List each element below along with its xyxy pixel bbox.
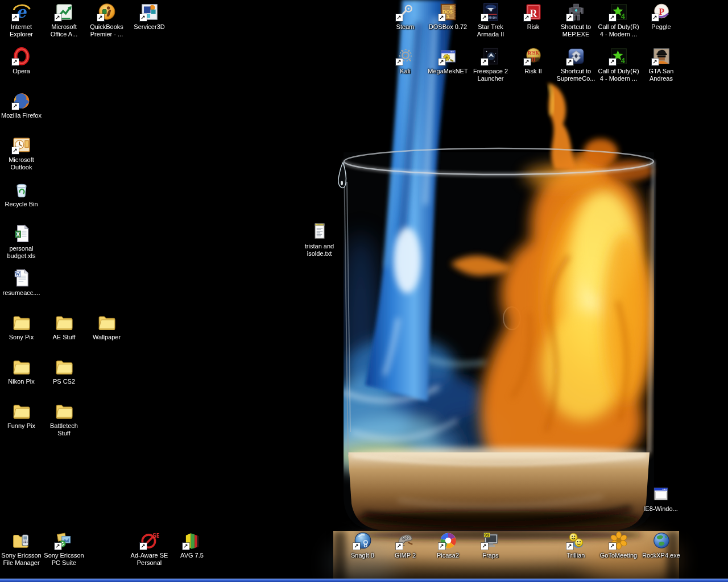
svg-text:4: 4 xyxy=(621,56,625,65)
desktop-icon-internet-explorer[interactable]: e↗Internet Explorer xyxy=(0,2,43,38)
desktop-icon-microsoft-office-a[interactable]: ↗Microsoft Office A... xyxy=(43,2,85,38)
desktop-icon-nikon-pix[interactable]: Nikon Pix xyxy=(0,357,43,385)
desktop-icon-personal-budget-xls[interactable]: Xpersonal budget.xls xyxy=(0,224,43,260)
cod4-icon: 4↗ xyxy=(609,47,628,66)
desktop-icon-gotomeeting[interactable]: ↗GoToMeeting xyxy=(597,531,640,559)
taskbar-edge[interactable] xyxy=(0,579,728,582)
desktop-icon-wallpaper[interactable]: Wallpaper xyxy=(85,313,128,341)
desktop-icon-label: Star Trek Armada II xyxy=(469,23,512,38)
desktop-icon-ae-stuff[interactable]: AE Stuff xyxy=(43,313,85,341)
desktop-icon-label: Wallpaper xyxy=(85,334,128,341)
shortcut-arrow-overlay: ↗ xyxy=(396,14,403,21)
desktop-icon-label: Sony Ericsson PC Suite xyxy=(43,552,85,567)
desktop-icon-label: GoToMeeting xyxy=(597,552,640,559)
desktop-icon-label: Steam xyxy=(384,23,427,31)
desktop-icon-label: Risk II xyxy=(512,68,555,75)
desktop-icon-freespace-2-launcher[interactable]: ↗Freespace 2 Launcher xyxy=(469,47,512,82)
shortcut-arrow-overlay: ↗ xyxy=(55,543,61,550)
desktop-icon-shortcut-to-mep-exe[interactable]: ↗Shortcut to MEP.EXE xyxy=(555,2,597,38)
desktop-icon-label: Peggle xyxy=(640,23,682,31)
folder-icon xyxy=(55,313,74,332)
desktop-icon-recycle-bin[interactable]: Recycle Bin xyxy=(0,180,43,208)
desktop-icon-label: Internet Explorer xyxy=(0,23,43,38)
desktop-icon-label: Freespace 2 Launcher xyxy=(469,68,512,82)
desktop-icon-label: resumeacc.... xyxy=(0,289,43,297)
desktop-icon-risk-ii[interactable]: RISKII↗Risk II xyxy=(512,47,555,75)
desktop-icon-battletech-stuff[interactable]: Battletech Stuff xyxy=(43,401,85,437)
shortcut-arrow-overlay: ↗ xyxy=(140,14,147,21)
desktop-icon-dosbox-0-72[interactable]: BDOSX↗DOSBox 0.72 xyxy=(427,2,469,31)
desktop-icon-label: Battletech Stuff xyxy=(43,422,85,437)
desktop-icon-ad-aware-se-personal[interactable]: SE↗Ad-Aware SE Personal xyxy=(128,531,171,567)
desktop-icon-gta-san-andreas[interactable]: ↗GTA San Andreas xyxy=(640,47,682,82)
desktop-icon-label: Ad-Aware SE Personal xyxy=(128,552,171,567)
avg-icon: ↗ xyxy=(183,531,202,550)
steam-icon: ↗ xyxy=(396,2,415,22)
cod4-icon: 4↗ xyxy=(609,2,628,22)
text-file-icon xyxy=(310,222,329,241)
desktop-icon-sony-pix[interactable]: Sony Pix xyxy=(0,313,43,341)
svg-text:P: P xyxy=(659,7,664,16)
recycle-bin-icon xyxy=(12,180,31,199)
desktop-icon-label: Opera xyxy=(0,68,43,75)
desktop-icon-ie8-windo[interactable]: IE8-Windo... xyxy=(639,484,682,513)
desktop-icon-steam[interactable]: ↗Steam xyxy=(384,2,427,31)
svg-text:W: W xyxy=(15,271,20,277)
shortcut-arrow-overlay: ↗ xyxy=(652,59,659,65)
shortcut-arrow-overlay: ↗ xyxy=(439,543,445,550)
shortcut-arrow-overlay: ↗ xyxy=(12,14,19,21)
shortcut-arrow-overlay: ↗ xyxy=(12,147,19,154)
shortcut-arrow-overlay: ↗ xyxy=(481,14,488,21)
desktop-icon-opera[interactable]: ↗Opera xyxy=(0,47,43,75)
desktop-icon-shortcut-to-supremeco[interactable]: ↗Shortcut to SupremeCo... xyxy=(555,47,597,82)
desktop-icon-layer: e↗Internet Explorer↗Microsoft Office A..… xyxy=(0,0,728,582)
desktop-icon-label: QuickBooks Premier - ... xyxy=(85,23,128,38)
desktop-icon-label: Microsoft Outlook xyxy=(0,156,43,171)
desktop-icon-peggle[interactable]: P↗Peggle xyxy=(640,2,682,31)
desktop-icon-sony-ericsson-pc-suite[interactable]: ↗Sony Ericsson PC Suite xyxy=(43,531,85,567)
word-file-icon: W xyxy=(12,268,31,288)
shortcut-arrow-overlay: ↗ xyxy=(609,543,616,550)
desktop-icon-trillian[interactable]: ↗Trillian xyxy=(555,531,597,559)
desktop-icon-funny-pix[interactable]: Funny Pix xyxy=(0,401,43,430)
desktop-icon-snagit-8[interactable]: ↗SnagIt 8 xyxy=(341,531,384,559)
risk2-icon: RISKII↗ xyxy=(524,47,543,66)
megamek-icon: ↗ xyxy=(439,47,458,66)
desktop-icon-label: AVG 7.5 xyxy=(171,552,213,559)
desktop-icon-label: Fraps xyxy=(469,552,512,559)
desktop-icon-ps-cs2[interactable]: PS CS2 xyxy=(43,357,85,385)
desktop-icon-megameknet[interactable]: ↗MegaMekNET xyxy=(427,47,469,75)
desktop-icon-label: GIMP 2 xyxy=(384,552,427,559)
desktop-icon-rockxp4-exe[interactable]: RockXP4.exe xyxy=(640,531,682,559)
desktop-icon-gimp-2[interactable]: ↗GIMP 2 xyxy=(384,531,427,559)
folder-icon xyxy=(97,313,117,332)
desktop-icon-sony-ericsson-file-manager[interactable]: Sony Ericsson File Manager xyxy=(0,531,43,567)
shortcut-arrow-overlay: ↗ xyxy=(609,59,616,65)
shortcut-arrow-overlay: ↗ xyxy=(566,543,573,550)
desktop-icon-call-of-duty-r-4-modern[interactable]: 4↗Call of Duty(R) 4 - Modern ... xyxy=(597,2,640,38)
desktop-icon-quickbooks-premier[interactable]: ↗QuickBooks Premier - ... xyxy=(85,2,128,38)
desktop-icon-mozilla-firefox[interactable]: ↗Mozilla Firefox xyxy=(0,91,43,119)
desktop-icon-avg-7-5[interactable]: ↗AVG 7.5 xyxy=(171,531,213,559)
desktop-icon-risk[interactable]: R↗Risk xyxy=(512,2,555,31)
shortcut-arrow-overlay: ↗ xyxy=(609,14,616,21)
svg-text:X: X xyxy=(446,14,450,19)
desktop-icon-kali[interactable]: ↗Kali xyxy=(384,47,427,75)
desktop-icon-fraps[interactable]: 99↗Fraps xyxy=(469,531,512,559)
svg-text:II: II xyxy=(531,56,536,63)
servicer3d-icon: ↗ xyxy=(140,2,159,22)
desktop-icon-label: Nikon Pix xyxy=(0,378,43,385)
shortcut-arrow-overlay: ↗ xyxy=(439,59,445,65)
desktop-icon-microsoft-outlook[interactable]: ↗Microsoft Outlook xyxy=(0,135,43,171)
desktop-icon-label: AE Stuff xyxy=(43,334,85,341)
desktop-icon-call-of-duty-r-4-modern[interactable]: 4↗Call of Duty(R) 4 - Modern ... xyxy=(597,47,640,82)
desktop-icon-resumeacc[interactable]: Wresumeacc.... xyxy=(0,268,43,297)
desktop-icon-picasa2[interactable]: ↗Picasa2 xyxy=(427,531,469,559)
mep-robot-icon: ↗ xyxy=(566,2,586,22)
excel-file-icon: X xyxy=(12,224,31,243)
desktop-icon-label: Servicer3D xyxy=(128,23,171,31)
desktop-icon-tristan-and-isolde-txt[interactable]: tristan and isolde.txt xyxy=(298,222,341,257)
supreme-commander-icon: ↗ xyxy=(566,47,586,66)
desktop-icon-servicer3d[interactable]: ↗Servicer3D xyxy=(128,2,171,31)
desktop-icon-star-trek-armada-ii[interactable]: ARMADA↗Star Trek Armada II xyxy=(469,2,512,38)
